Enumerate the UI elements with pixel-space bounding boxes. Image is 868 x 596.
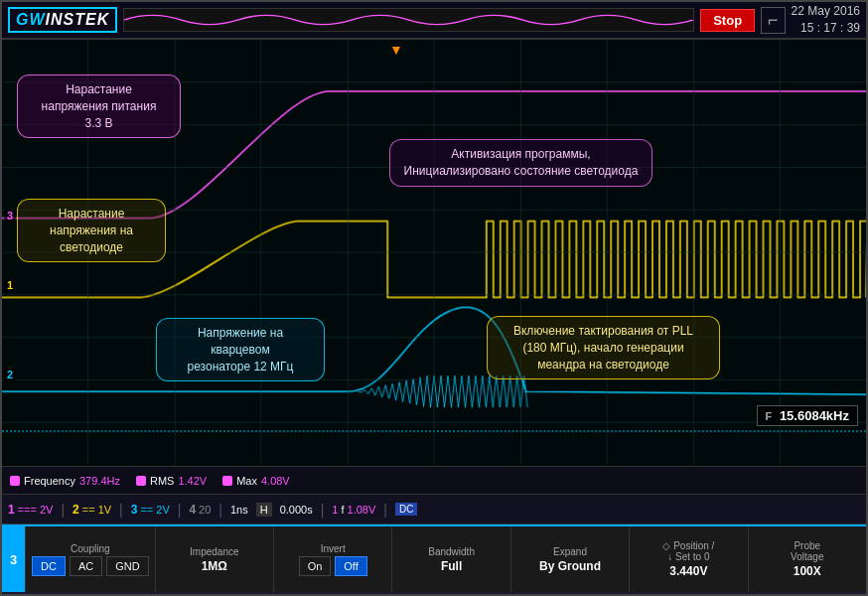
invert-buttons: On Off [299,556,367,576]
ch3-num: 3 [131,503,138,517]
position-label: ◇ Position /↓ Set to 0 [662,540,714,562]
trigger-marker: ▼ [389,42,403,58]
ch1-marker-sym: === [18,504,37,516]
sep4: | [218,502,222,518]
ch4-val: 20 [199,504,211,516]
position-value: 3.440V [669,564,707,578]
stop-button[interactable]: Stop [700,9,755,32]
coupling-label: Coupling [71,543,109,554]
h-time-val: 0.000s [280,504,313,516]
scope-screen: ▼ 3 1 2 Нарастаниенапряжения питания3.3 … [2,40,866,467]
channel-row: 1 === 2V | 2 == 1V | 3 == 2V | 4 20 | 1n… [2,495,866,524]
expand-value: By Ground [539,559,601,573]
probe-section[interactable]: ProbeVoltage 100X [749,526,866,592]
ch1-dot-rms [136,476,146,486]
freq-label: Frequency [24,475,75,487]
ch1-dot-max [222,476,232,486]
bottom-controls: 3 Coupling DC AC GND Impedance 1MΩ Inver… [2,524,866,592]
ch3-val: 2V [156,504,169,516]
top-bar: GWINSTEK Stop ⌐ 22 May 2016 15 : 17 : 39 [2,2,866,40]
ch3-marker: 2 [4,368,16,381]
status-bar: Frequency 379.4Hz RMS 1.42V Max 4.08V [2,467,866,495]
coupling-badge: DC [395,503,417,516]
logo: GWINSTEK [8,7,117,33]
ch2-marker-sym: == [82,504,95,516]
annotation-ch2-rise: Нарастаниенапряжения насветодиоде [17,199,166,262]
max-label: Max [236,475,257,487]
trig-row: 1 f 1.08V [332,504,375,516]
h-time-item: 0.000s [280,504,313,516]
sep6: | [383,502,387,518]
ch3-indicator: 3 [2,526,26,592]
ch3-row: 3 == 2V [131,503,170,517]
annotation-pll: Включение тактирования от PLL(180 МГц), … [487,316,720,379]
trigger-icon: ⌐ [761,7,786,34]
ch3-marker-sym: == [140,504,153,516]
max-val: 4.08V [261,475,290,487]
invert-label: Invert [321,543,346,554]
annotation-program-init: Активизация программы,Инициализировано с… [389,139,652,187]
bandwidth-section[interactable]: Bandwidth Full [392,526,510,592]
sep5: | [321,502,325,518]
sep3: | [178,502,182,518]
ch4-row: 4 20 [189,503,211,517]
sep2: | [119,502,123,518]
trig-voltage: 1.08V [348,504,376,516]
ch1-val: 2V [40,504,53,516]
expand-section[interactable]: Expand By Ground [511,526,630,592]
coupling-gnd-btn[interactable]: GND [106,556,148,576]
probe-label: ProbeVoltage [791,540,823,562]
ch2-val: 1V [98,504,111,516]
bandwidth-label: Bandwidth [428,546,475,557]
ch1-row: 1 === 2V [8,503,53,517]
h-box: H [256,503,272,517]
invert-off-btn[interactable]: Off [335,556,366,576]
freq-display: F 15.6084kHz [757,405,858,426]
freq-value: 15.6084kHz [780,408,849,423]
ch1-dot-freq [10,476,20,486]
impedance-section[interactable]: Impedance 1MΩ [156,526,274,592]
rms-label: RMS [150,475,174,487]
ch1-marker: 3 [4,209,16,223]
invert-on-btn[interactable]: On [299,556,332,576]
coupling-ac-btn[interactable]: AC [70,556,102,576]
ch4-num: 4 [189,503,196,517]
coupling-buttons: DC AC GND [32,556,149,576]
timebase-val: 1ns [230,504,248,516]
bandwidth-value: Full [441,559,462,573]
annotation-ch1-rise: Нарастаниенапряжения питания3.3 В [17,74,181,138]
bottom-outer: 3 Coupling DC AC GND Impedance 1MΩ Inver… [2,524,866,592]
ch2-marker: 1 [4,278,16,292]
status-max: Max 4.08V [222,475,290,487]
trig-ch: 1 [332,504,338,516]
impedance-label: Impedance [190,546,238,557]
position-section[interactable]: ◇ Position /↓ Set to 0 3.440V [630,526,748,592]
status-rms: RMS 1.42V [136,475,207,487]
probe-value: 100X [794,564,821,578]
status-freq: Frequency 379.4Hz [10,475,120,487]
annotation-ch3-quartz: Напряжение накварцевомрезонаторе 12 МГц [156,318,325,381]
expand-label: Expand [553,546,587,557]
datetime: 22 May 2016 15 : 17 : 39 [792,3,860,37]
invert-section[interactable]: Invert On Off [274,526,392,592]
ch2-row: 2 == 1V [72,503,111,517]
waveform-preview [123,8,694,32]
trig-f-sym: f [341,504,344,516]
rms-val: 1.42V [178,475,207,487]
sep1: | [61,502,65,518]
waveform-canvas [2,40,866,466]
freq-f-label: F [766,410,773,422]
impedance-value: 1MΩ [202,559,227,573]
coupling-section[interactable]: Coupling DC AC GND [26,526,156,592]
timebase-item: 1ns [230,504,248,516]
ch1-num: 1 [8,503,15,517]
coupling-dc-btn[interactable]: DC [32,556,66,576]
freq-val: 379.4Hz [79,475,120,487]
ch2-num: 2 [72,503,79,517]
